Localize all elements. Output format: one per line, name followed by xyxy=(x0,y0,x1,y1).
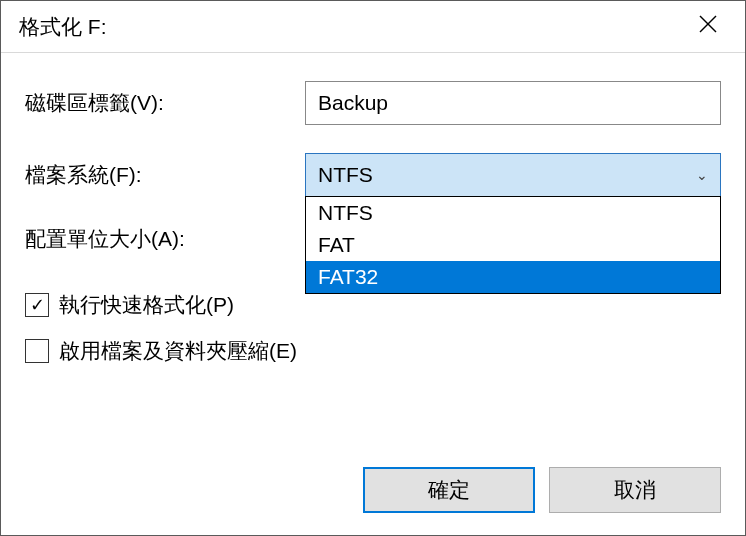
compression-checkbox[interactable]: 啟用檔案及資料夾壓縮(E) xyxy=(25,337,721,365)
close-icon xyxy=(698,14,718,40)
close-button[interactable] xyxy=(685,4,731,50)
dropdown-option-ntfs[interactable]: NTFS xyxy=(306,197,720,229)
titlebar: 格式化 F: xyxy=(1,1,745,53)
volume-label-input[interactable] xyxy=(305,81,721,125)
ok-button[interactable]: 確定 xyxy=(363,467,535,513)
filesystem-selected-value: NTFS xyxy=(318,163,373,187)
filesystem-select[interactable]: NTFS ⌄ xyxy=(305,153,721,197)
chevron-down-icon: ⌄ xyxy=(696,167,708,183)
filesystem-dropdown-list: NTFS FAT FAT32 xyxy=(305,196,721,294)
allocation-label-text: 配置單位大小(A): xyxy=(25,225,305,253)
dialog-title: 格式化 F: xyxy=(19,13,107,41)
quick-format-label: 執行快速格式化(P) xyxy=(59,291,234,319)
dropdown-option-fat32[interactable]: FAT32 xyxy=(306,261,720,293)
checkbox-icon xyxy=(25,339,49,363)
button-bar: 確定 取消 xyxy=(363,467,721,513)
checkbox-icon xyxy=(25,293,49,317)
cancel-button[interactable]: 取消 xyxy=(549,467,721,513)
filesystem-label-text: 檔案系統(F): xyxy=(25,161,305,189)
compression-label: 啟用檔案及資料夾壓縮(E) xyxy=(59,337,297,365)
checkbox-group: 執行快速格式化(P) 啟用檔案及資料夾壓縮(E) xyxy=(25,291,721,365)
format-dialog: 格式化 F: 磁碟區標籤(V): 檔案系統(F): NTFS ⌄ NTFS xyxy=(0,0,746,536)
volume-label-row: 磁碟區標籤(V): xyxy=(25,81,721,125)
filesystem-row: 檔案系統(F): NTFS ⌄ NTFS FAT FAT32 xyxy=(25,153,721,197)
volume-label-text: 磁碟區標籤(V): xyxy=(25,89,305,117)
dialog-content: 磁碟區標籤(V): 檔案系統(F): NTFS ⌄ NTFS FAT FAT32… xyxy=(1,53,745,365)
dropdown-option-fat[interactable]: FAT xyxy=(306,229,720,261)
quick-format-checkbox[interactable]: 執行快速格式化(P) xyxy=(25,291,721,319)
